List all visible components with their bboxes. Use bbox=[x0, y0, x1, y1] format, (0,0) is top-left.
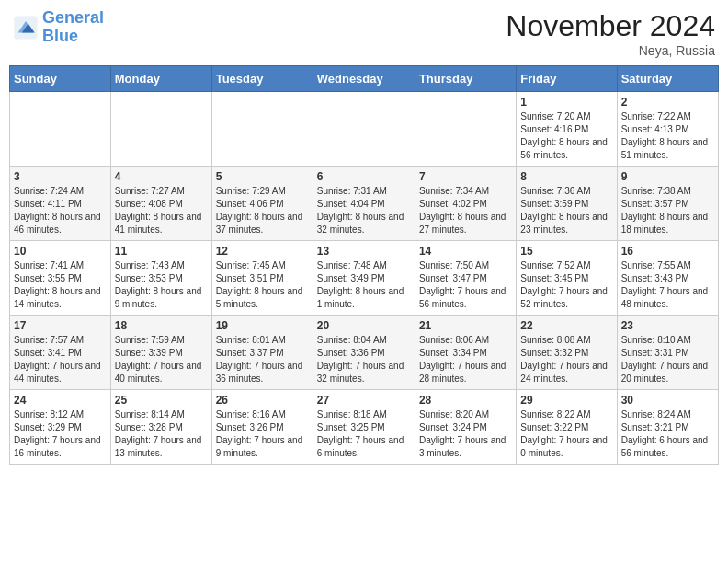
day-info: Sunrise: 7:27 AM Sunset: 4:08 PM Dayligh… bbox=[115, 185, 208, 236]
weekday-header: Thursday bbox=[415, 66, 516, 92]
day-info: Sunrise: 7:41 AM Sunset: 3:55 PM Dayligh… bbox=[14, 259, 107, 311]
day-info: Sunrise: 8:04 AM Sunset: 3:36 PM Dayligh… bbox=[317, 334, 411, 385]
day-number: 9 bbox=[621, 170, 714, 183]
calendar-cell: 10Sunrise: 7:41 AM Sunset: 3:55 PM Dayli… bbox=[10, 241, 111, 316]
day-info: Sunrise: 7:20 AM Sunset: 4:16 PM Dayligh… bbox=[520, 110, 612, 162]
calendar-cell: 30Sunrise: 8:24 AM Sunset: 3:21 PM Dayli… bbox=[617, 390, 718, 465]
day-info: Sunrise: 7:57 AM Sunset: 3:41 PM Dayligh… bbox=[14, 334, 107, 385]
calendar-cell: 22Sunrise: 8:08 AM Sunset: 3:32 PM Dayli… bbox=[517, 316, 617, 390]
calendar-table: SundayMondayTuesdayWednesdayThursdayFrid… bbox=[9, 65, 719, 465]
calendar-cell bbox=[211, 92, 313, 167]
weekday-header: Friday bbox=[517, 66, 617, 92]
day-number: 3 bbox=[14, 170, 107, 183]
day-info: Sunrise: 7:36 AM Sunset: 3:59 PM Dayligh… bbox=[520, 185, 612, 236]
day-number: 22 bbox=[520, 319, 612, 332]
calendar-cell: 15Sunrise: 7:52 AM Sunset: 3:45 PM Dayli… bbox=[517, 241, 617, 316]
day-info: Sunrise: 7:45 AM Sunset: 3:51 PM Dayligh… bbox=[216, 259, 309, 311]
day-number: 21 bbox=[419, 319, 512, 332]
calendar-cell: 1Sunrise: 7:20 AM Sunset: 4:16 PM Daylig… bbox=[517, 92, 617, 167]
day-info: Sunrise: 8:10 AM Sunset: 3:31 PM Dayligh… bbox=[621, 334, 714, 385]
calendar-cell: 23Sunrise: 8:10 AM Sunset: 3:31 PM Dayli… bbox=[617, 316, 718, 390]
day-info: Sunrise: 7:31 AM Sunset: 4:04 PM Dayligh… bbox=[317, 185, 411, 236]
calendar-cell: 12Sunrise: 7:45 AM Sunset: 3:51 PM Dayli… bbox=[211, 241, 313, 316]
calendar-cell: 24Sunrise: 8:12 AM Sunset: 3:29 PM Dayli… bbox=[10, 390, 111, 465]
day-number: 30 bbox=[621, 394, 714, 407]
calendar-cell: 5Sunrise: 7:29 AM Sunset: 4:06 PM Daylig… bbox=[211, 167, 313, 241]
title-area: November 2024 Neya, Russia bbox=[506, 9, 715, 58]
calendar-cell: 29Sunrise: 8:22 AM Sunset: 3:22 PM Dayli… bbox=[517, 390, 617, 465]
day-info: Sunrise: 7:34 AM Sunset: 4:02 PM Dayligh… bbox=[419, 185, 512, 236]
calendar-cell: 7Sunrise: 7:34 AM Sunset: 4:02 PM Daylig… bbox=[415, 167, 516, 241]
day-info: Sunrise: 8:12 AM Sunset: 3:29 PM Dayligh… bbox=[14, 408, 107, 460]
day-number: 1 bbox=[520, 96, 612, 109]
calendar-cell: 9Sunrise: 7:38 AM Sunset: 3:57 PM Daylig… bbox=[617, 167, 718, 241]
day-number: 20 bbox=[317, 319, 411, 332]
day-info: Sunrise: 7:22 AM Sunset: 4:13 PM Dayligh… bbox=[621, 110, 714, 162]
calendar-cell bbox=[313, 92, 415, 167]
calendar-cell: 4Sunrise: 7:27 AM Sunset: 4:08 PM Daylig… bbox=[110, 167, 211, 241]
calendar-cell: 16Sunrise: 7:55 AM Sunset: 3:43 PM Dayli… bbox=[617, 241, 718, 316]
location-title: Neya, Russia bbox=[506, 43, 715, 58]
day-number: 23 bbox=[621, 319, 714, 332]
calendar-cell: 28Sunrise: 8:20 AM Sunset: 3:24 PM Dayli… bbox=[415, 390, 516, 465]
day-number: 6 bbox=[317, 170, 411, 183]
calendar-cell: 13Sunrise: 7:48 AM Sunset: 3:49 PM Dayli… bbox=[313, 241, 415, 316]
day-info: Sunrise: 8:24 AM Sunset: 3:21 PM Dayligh… bbox=[621, 408, 714, 460]
day-number: 24 bbox=[14, 394, 107, 407]
calendar-cell: 8Sunrise: 7:36 AM Sunset: 3:59 PM Daylig… bbox=[517, 167, 617, 241]
day-info: Sunrise: 8:14 AM Sunset: 3:28 PM Dayligh… bbox=[115, 408, 208, 460]
day-number: 27 bbox=[317, 394, 411, 407]
page-header: General Blue November 2024 Neya, Russia bbox=[9, 9, 719, 58]
calendar-cell: 27Sunrise: 8:18 AM Sunset: 3:25 PM Dayli… bbox=[313, 390, 415, 465]
day-number: 29 bbox=[520, 394, 612, 407]
logo-line1: General bbox=[42, 8, 104, 27]
logo-line2: Blue bbox=[42, 27, 78, 45]
day-number: 14 bbox=[419, 245, 512, 258]
calendar-cell: 25Sunrise: 8:14 AM Sunset: 3:28 PM Dayli… bbox=[110, 390, 211, 465]
day-info: Sunrise: 7:43 AM Sunset: 3:53 PM Dayligh… bbox=[115, 259, 208, 311]
weekday-header: Wednesday bbox=[313, 66, 415, 92]
day-number: 25 bbox=[115, 394, 208, 407]
day-info: Sunrise: 7:29 AM Sunset: 4:06 PM Dayligh… bbox=[216, 185, 309, 236]
calendar-cell: 26Sunrise: 8:16 AM Sunset: 3:26 PM Dayli… bbox=[211, 390, 313, 465]
day-number: 28 bbox=[419, 394, 512, 407]
day-info: Sunrise: 7:50 AM Sunset: 3:47 PM Dayligh… bbox=[419, 259, 512, 311]
day-number: 2 bbox=[621, 96, 714, 109]
calendar-cell: 11Sunrise: 7:43 AM Sunset: 3:53 PM Dayli… bbox=[110, 241, 211, 316]
day-info: Sunrise: 8:20 AM Sunset: 3:24 PM Dayligh… bbox=[419, 408, 512, 460]
day-info: Sunrise: 8:06 AM Sunset: 3:34 PM Dayligh… bbox=[419, 334, 512, 385]
weekday-header-row: SundayMondayTuesdayWednesdayThursdayFrid… bbox=[10, 66, 719, 92]
weekday-header: Sunday bbox=[10, 66, 111, 92]
day-number: 11 bbox=[115, 245, 208, 258]
calendar-cell bbox=[110, 92, 211, 167]
logo-icon bbox=[13, 15, 39, 40]
day-info: Sunrise: 8:08 AM Sunset: 3:32 PM Dayligh… bbox=[520, 334, 612, 385]
day-info: Sunrise: 7:59 AM Sunset: 3:39 PM Dayligh… bbox=[115, 334, 208, 385]
calendar-cell: 14Sunrise: 7:50 AM Sunset: 3:47 PM Dayli… bbox=[415, 241, 516, 316]
day-number: 19 bbox=[216, 319, 309, 332]
day-number: 7 bbox=[419, 170, 512, 183]
day-number: 17 bbox=[14, 319, 107, 332]
day-number: 13 bbox=[317, 245, 411, 258]
weekday-header: Monday bbox=[110, 66, 211, 92]
calendar-cell: 21Sunrise: 8:06 AM Sunset: 3:34 PM Dayli… bbox=[415, 316, 516, 390]
logo-text: General Blue bbox=[42, 9, 104, 46]
day-info: Sunrise: 7:38 AM Sunset: 3:57 PM Dayligh… bbox=[621, 185, 714, 236]
weekday-header: Saturday bbox=[617, 66, 718, 92]
calendar-week-row: 10Sunrise: 7:41 AM Sunset: 3:55 PM Dayli… bbox=[10, 241, 719, 316]
day-number: 12 bbox=[216, 245, 309, 258]
calendar-cell: 19Sunrise: 8:01 AM Sunset: 3:37 PM Dayli… bbox=[211, 316, 313, 390]
day-info: Sunrise: 7:52 AM Sunset: 3:45 PM Dayligh… bbox=[520, 259, 612, 311]
day-info: Sunrise: 8:18 AM Sunset: 3:25 PM Dayligh… bbox=[317, 408, 411, 460]
day-info: Sunrise: 8:01 AM Sunset: 3:37 PM Dayligh… bbox=[216, 334, 309, 385]
calendar-cell: 6Sunrise: 7:31 AM Sunset: 4:04 PM Daylig… bbox=[313, 167, 415, 241]
day-number: 10 bbox=[14, 245, 107, 258]
calendar-cell bbox=[415, 92, 516, 167]
day-number: 5 bbox=[216, 170, 309, 183]
logo: General Blue bbox=[13, 9, 104, 46]
day-info: Sunrise: 8:22 AM Sunset: 3:22 PM Dayligh… bbox=[520, 408, 612, 460]
calendar-week-row: 1Sunrise: 7:20 AM Sunset: 4:16 PM Daylig… bbox=[10, 92, 719, 167]
calendar-cell: 3Sunrise: 7:24 AM Sunset: 4:11 PM Daylig… bbox=[10, 167, 111, 241]
day-number: 15 bbox=[520, 245, 612, 258]
calendar-cell bbox=[10, 92, 111, 167]
